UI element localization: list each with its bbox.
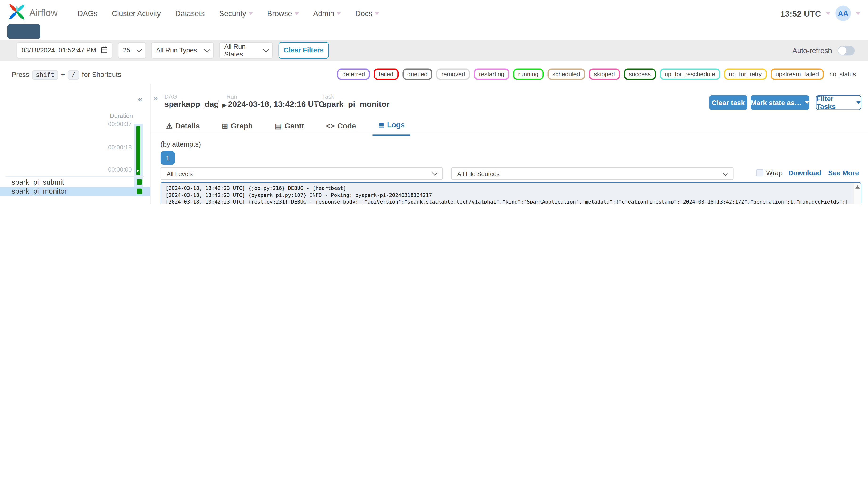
collapse-sidebar-icon[interactable]: «: [138, 94, 143, 103]
clock-chevron-down-icon: [826, 12, 830, 15]
sidebar-divider: [150, 84, 150, 204]
run-date: 2024-03-18, 13:42:16 UTC: [228, 99, 324, 108]
tab-gantt[interactable]: ▤Gantt: [269, 117, 310, 136]
nav-item-label: Cluster Activity: [112, 9, 161, 18]
task-success-square[interactable]: [137, 188, 143, 194]
run-states-value: All Run States: [224, 42, 259, 58]
nav-item-admin[interactable]: Admin: [313, 9, 341, 18]
page-size-select[interactable]: 25: [118, 42, 146, 59]
partially-visible-button[interactable]: [7, 24, 40, 39]
chart-axis-line: [6, 176, 144, 177]
nav-item-label: DAGs: [78, 9, 97, 18]
task-label: Task: [322, 93, 334, 99]
scroll-up-arrow-icon[interactable]: [855, 185, 860, 189]
chevron-down-icon: [723, 170, 728, 175]
base-date-value: 03/18/2024, 01:52:47 PM: [22, 46, 97, 54]
shift-key: shift: [32, 70, 58, 79]
status-badge-deferred[interactable]: deferred: [337, 69, 370, 80]
chevron-down-icon: [336, 12, 341, 15]
task-list: spark_pi_submitspark_pi_monitor: [0, 178, 150, 196]
status-badge-up_for_retry[interactable]: up_for_retry: [724, 69, 767, 80]
clear-filters-button[interactable]: Clear Filters: [279, 42, 329, 59]
breadcrumb-separator: /: [315, 99, 318, 107]
shortcuts-hint: Press shift + / for Shortcuts: [11, 69, 121, 81]
shortcuts-suffix: for Shortcuts: [82, 71, 121, 78]
status-badge-removed[interactable]: removed: [436, 69, 470, 80]
nav-item-dags[interactable]: DAGs: [78, 9, 97, 18]
run-states-select[interactable]: All Run States: [219, 42, 273, 59]
airflow-brand[interactable]: Airflow: [8, 3, 58, 23]
tab-code[interactable]: <>Code: [321, 117, 362, 136]
tab-logs[interactable]: ≣Logs: [373, 117, 410, 136]
chevron-down-icon: [432, 170, 437, 175]
gantt-icon: ▤: [275, 121, 282, 130]
status-badge-skipped[interactable]: skipped: [589, 69, 620, 80]
status-badge-upstream_failed[interactable]: upstream_failed: [771, 69, 824, 80]
status-badge-queued[interactable]: queued: [402, 69, 433, 80]
log-output-panel[interactable]: [2024-03-18, 13:42:23 UTC] {job.py:216} …: [160, 182, 861, 204]
utc-clock[interactable]: 13:52 UTC: [780, 8, 821, 18]
chevron-down-icon: [136, 47, 142, 52]
run-types-select[interactable]: All Run Types: [151, 42, 214, 59]
nav-item-cluster-activity[interactable]: Cluster Activity: [112, 9, 161, 18]
avatar[interactable]: AA: [835, 6, 851, 21]
toggle-knob: [838, 46, 846, 54]
task-row-spark_pi_submit[interactable]: spark_pi_submit: [0, 178, 150, 187]
run-duration-bar[interactable]: [136, 126, 140, 175]
breadcrumb-separator: /: [217, 99, 219, 107]
auto-refresh-control: Auto-refresh: [793, 42, 855, 59]
status-badge-no-status: no_status: [828, 71, 856, 77]
duration-tick: 00:00:00: [0, 166, 132, 172]
status-badge-restarting[interactable]: restarting: [474, 69, 509, 80]
vertical-scrollbar[interactable]: [853, 183, 861, 204]
status-badge-up_for_reschedule[interactable]: up_for_reschedule: [660, 69, 720, 80]
log-line: [2024-03-18, 13:42:23 UTC] {rest.py:231}…: [165, 199, 847, 204]
nav-item-label: Browse: [267, 9, 292, 18]
user-menu-chevron-down-icon[interactable]: [856, 12, 860, 15]
attempt-1-button[interactable]: 1: [160, 151, 175, 165]
task-name-label: spark_pi_monitor: [0, 187, 137, 195]
log-line: [2024-03-18, 13:42:23 UTC] {pyspark_pi.p…: [165, 192, 847, 199]
calendar-icon[interactable]: [101, 46, 107, 54]
details-warning-icon: ⚠: [166, 121, 172, 130]
log-levels-select[interactable]: All Levels: [160, 167, 443, 180]
base-date-input[interactable]: 03/18/2024, 01:52:47 PM: [17, 42, 113, 59]
duration-tick: 00:00:37: [0, 121, 132, 127]
file-sources-select[interactable]: All File Sources: [451, 167, 733, 180]
tab-graph[interactable]: ⊞Graph: [216, 117, 258, 136]
status-badge-running[interactable]: running: [513, 69, 544, 80]
nav-right: 13:52 UTC AA: [780, 0, 860, 27]
clear-task-button[interactable]: Clear task: [709, 95, 747, 110]
status-badge-scheduled[interactable]: scheduled: [547, 69, 585, 80]
task-row-spark_pi_monitor[interactable]: spark_pi_monitor: [0, 187, 150, 196]
see-more-link[interactable]: See More: [828, 169, 859, 177]
chevron-down-icon: [263, 47, 269, 52]
expand-panel-icon[interactable]: »: [153, 93, 158, 102]
slash-key: /: [68, 70, 79, 79]
dag-name[interactable]: sparkapp_dag: [164, 99, 219, 108]
tab-label: Logs: [387, 121, 405, 129]
tab-label: Gantt: [284, 121, 304, 130]
nav-item-docs[interactable]: Docs: [355, 9, 379, 18]
run-name[interactable]: ▶2024-03-18, 13:42:16 UTC: [222, 99, 324, 108]
nav-item-datasets[interactable]: Datasets: [175, 9, 205, 18]
mark-state-as-button[interactable]: Mark state as…: [750, 95, 809, 110]
filter-tasks-button[interactable]: Filter Tasks: [816, 95, 861, 110]
nav-item-browse[interactable]: Browse: [267, 9, 299, 18]
task-success-square[interactable]: [137, 179, 143, 185]
chevron-down-icon: [805, 101, 809, 104]
nav-item-security[interactable]: Security: [219, 9, 253, 18]
auto-refresh-toggle[interactable]: [838, 45, 855, 55]
tab-details[interactable]: ⚠Details: [160, 117, 205, 136]
download-link[interactable]: Download: [788, 169, 821, 177]
chevron-down-icon: [857, 101, 861, 104]
status-badge-failed[interactable]: failed: [374, 69, 398, 80]
status-legend: deferredfailedqueuedremovedrestartingrun…: [337, 69, 856, 80]
shortcuts-plus: +: [61, 71, 65, 78]
chevron-down-icon: [375, 12, 379, 15]
code-icon: <>: [326, 121, 335, 130]
run-label: Run: [226, 93, 237, 99]
task-name[interactable]: spark_pi_monitor: [322, 99, 390, 108]
wrap-checkbox[interactable]: [756, 169, 764, 177]
status-badge-success[interactable]: success: [624, 69, 656, 80]
